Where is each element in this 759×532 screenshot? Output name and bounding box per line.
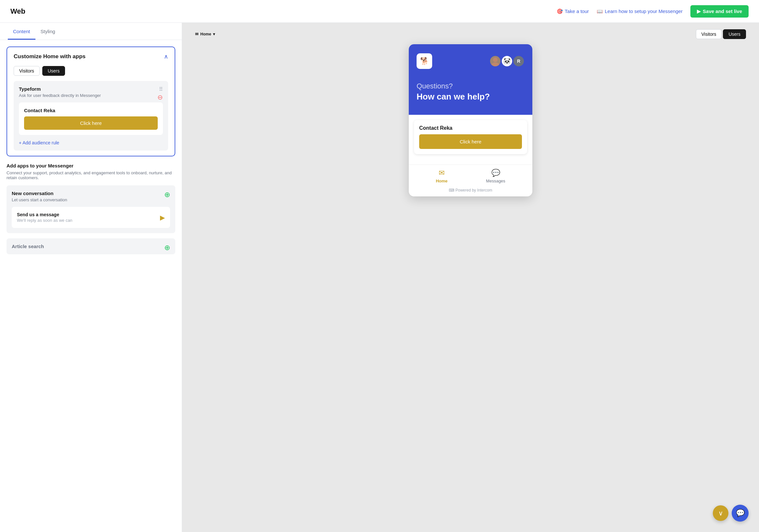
- book-icon: 📖: [597, 9, 603, 14]
- avatar-panda: 🐼: [501, 55, 513, 67]
- avatar-human: [489, 55, 501, 67]
- widget-footer: ✉ Home 💬 Messages: [409, 165, 532, 186]
- click-here-button[interactable]: Click here: [24, 116, 158, 130]
- take-tour-link[interactable]: 🎯 Take a tour: [557, 9, 589, 14]
- typeform-title: Typeform: [19, 86, 163, 92]
- typeform-preview-title: Contact Reka: [24, 108, 158, 113]
- widget-tagline: How can we help?: [417, 92, 525, 102]
- add-apps-desc: Connect your support, product analytics,…: [7, 170, 175, 180]
- svg-point-1: [491, 62, 499, 66]
- typeform-card: ⠿ ⊖ Typeform Ask for user feedback direc…: [14, 81, 168, 150]
- chevron-down-icon: ▾: [213, 32, 215, 36]
- section-title: Customize Home with apps: [14, 53, 86, 60]
- new-conversation-desc: Let users start a conversation: [12, 197, 170, 202]
- add-audience-rule[interactable]: + Add audience rule: [19, 139, 163, 145]
- widget-question: Questions?: [417, 82, 525, 90]
- chevron-up-icon: ∧: [164, 53, 168, 60]
- visitor-toggle: Visitors Users: [696, 29, 746, 39]
- customize-section: Customize Home with apps ∧ Visitors User…: [7, 47, 175, 156]
- play-icon: ▶: [697, 9, 701, 14]
- section-header[interactable]: Customize Home with apps ∧: [7, 47, 175, 66]
- typeform-desc: Ask for user feedback directly in Messen…: [19, 93, 163, 98]
- tab-styling[interactable]: Styling: [35, 23, 60, 40]
- main-layout: Content Styling Customize Home with apps…: [0, 23, 759, 532]
- widget-avatars: 🐼 R: [489, 55, 525, 67]
- preview-visitors-btn[interactable]: Visitors: [696, 29, 722, 39]
- right-panel: ✉ Home ▾ Visitors Users 🐕: [182, 23, 759, 532]
- widget-click-button[interactable]: Click here: [419, 134, 522, 149]
- article-search-title: Article search: [12, 244, 170, 249]
- send-message-title: Send us a message: [17, 212, 72, 217]
- new-conversation-title: New conversation: [12, 190, 170, 196]
- widget-contact-card: Contact Reka Click here: [414, 120, 527, 154]
- preview-users-btn[interactable]: Users: [723, 29, 746, 39]
- topbar: Web 🎯 Take a tour 📖 Learn how to setup y…: [0, 0, 759, 23]
- logo-emoji: 🐕: [420, 57, 429, 65]
- right-topbar: ✉ Home ▾ Visitors Users: [189, 29, 752, 44]
- send-arrow-icon: ▶: [160, 214, 165, 222]
- article-search-card: ⊕ Article search: [7, 238, 175, 254]
- floating-area: ∨ 💬: [713, 505, 749, 522]
- widget-body: Contact Reka Click here: [409, 115, 532, 165]
- toggle-users[interactable]: Users: [42, 66, 65, 76]
- widget-contact-title: Contact Reka: [419, 125, 522, 131]
- float-chevron-button[interactable]: ∨: [713, 505, 729, 521]
- tour-icon: 🎯: [557, 9, 563, 14]
- drag-icon[interactable]: ⠿: [159, 86, 163, 92]
- footer-home-item[interactable]: ✉ Home: [436, 169, 448, 184]
- footer-home-label: Home: [436, 179, 448, 184]
- float-messenger-button[interactable]: 💬: [732, 505, 749, 522]
- svg-point-0: [493, 58, 498, 62]
- footer-home-icon: ✉: [439, 169, 445, 177]
- typeform-preview: Contact Reka Click here: [19, 102, 163, 135]
- toggle-group: Visitors Users: [7, 66, 175, 81]
- send-message-subtitle: We'll reply as soon as we can: [17, 218, 72, 223]
- add-conversation-icon[interactable]: ⊕: [164, 190, 170, 199]
- footer-messages-item[interactable]: 💬 Messages: [486, 169, 505, 184]
- messenger-icon: 💬: [736, 509, 745, 517]
- messenger-widget: 🐕 🐼: [409, 44, 532, 196]
- save-button[interactable]: ▶ Save and set live: [690, 5, 749, 18]
- toggle-visitors[interactable]: Visitors: [14, 66, 40, 76]
- avatar-r: R: [513, 55, 525, 67]
- home-dropdown[interactable]: ✉ Home ▾: [195, 32, 215, 36]
- send-message-preview: Send us a message We'll reply as soon as…: [12, 207, 170, 228]
- widget-header: 🐕 🐼: [409, 44, 532, 115]
- learn-link[interactable]: 📖 Learn how to setup your Messenger: [597, 9, 683, 14]
- widget-logo: 🐕: [417, 53, 432, 69]
- chevron-down-icon: ∨: [718, 509, 723, 517]
- home-messenger-icon: ✉: [195, 32, 198, 36]
- remove-icon[interactable]: ⊖: [157, 93, 163, 101]
- tab-content[interactable]: Content: [8, 23, 35, 40]
- add-apps-title: Add apps to your Messenger: [7, 163, 175, 168]
- add-article-icon[interactable]: ⊕: [164, 244, 170, 252]
- intercom-icon: ⌨: [449, 188, 454, 192]
- left-panel: Content Styling Customize Home with apps…: [0, 23, 182, 532]
- page-title: Web: [10, 7, 25, 16]
- tabs: Content Styling: [0, 23, 182, 40]
- footer-messages-label: Messages: [486, 179, 505, 184]
- new-conversation-card: ⊕ New conversation Let users start a con…: [7, 185, 175, 233]
- footer-messages-icon: 💬: [491, 169, 500, 177]
- add-apps-section: Add apps to your Messenger Connect your …: [0, 156, 182, 185]
- powered-by: ⌨ Powered by Intercom: [409, 186, 532, 196]
- topbar-right: 🎯 Take a tour 📖 Learn how to setup your …: [557, 5, 749, 18]
